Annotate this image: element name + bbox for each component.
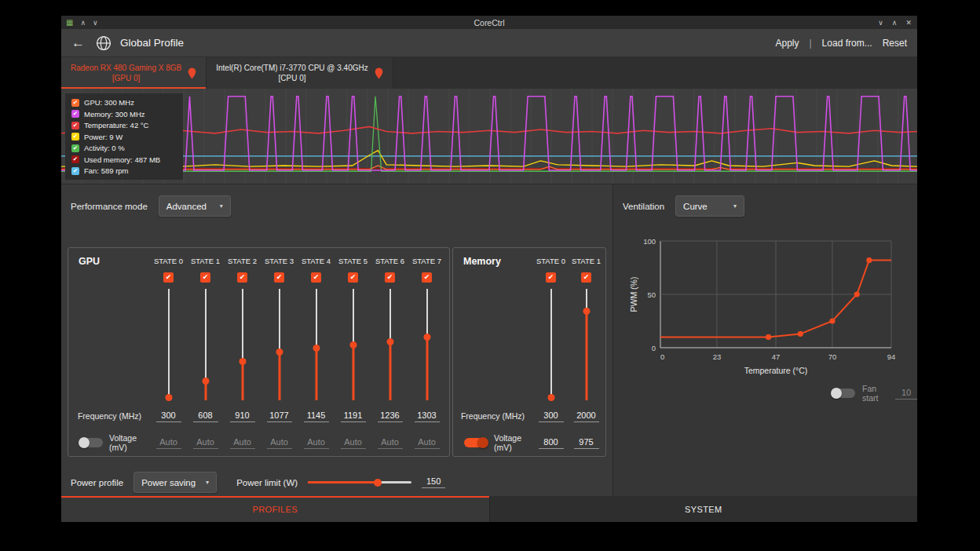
- memory-voltage-value[interactable]: 975: [574, 437, 599, 449]
- gpu-frequency-value[interactable]: 1145: [304, 411, 329, 422]
- gpu-slider-cell: [187, 286, 224, 403]
- slider-handle[interactable]: [349, 341, 357, 348]
- memory-voltage-toggle[interactable]: [464, 438, 488, 447]
- power-profile-dropdown[interactable]: Power saving ▾: [133, 472, 217, 493]
- slider-fill: [308, 481, 377, 483]
- slider-handle[interactable]: [313, 345, 320, 352]
- legend-item: ✔Activity: 0 %: [71, 144, 177, 152]
- fan-curve-chart[interactable]: 023477094050100PWM (%)Temperature (°C): [627, 232, 904, 385]
- svg-text:47: 47: [772, 352, 781, 361]
- gpu-frequency-value[interactable]: 608: [193, 411, 218, 422]
- tab-gpu-device[interactable]: Radeon RX 480 Gaming X 8GB [GPU 0]: [61, 57, 207, 89]
- gpu-voltage-value[interactable]: Auto: [304, 437, 329, 449]
- gpu-voltage-value[interactable]: Auto: [341, 437, 366, 449]
- gpu-frequency-slider[interactable]: [408, 286, 445, 403]
- gpu-frequency-value[interactable]: 1236: [378, 411, 403, 422]
- legend-checkbox[interactable]: ✔: [71, 167, 79, 175]
- gpu-frequency-value[interactable]: 300: [156, 411, 181, 422]
- back-button[interactable]: ←: [71, 35, 85, 51]
- gpu-voltage-value[interactable]: Auto: [156, 437, 181, 449]
- slider-fill: [389, 341, 391, 400]
- gpu-frequency-slider[interactable]: [187, 286, 224, 403]
- tab-profiles[interactable]: PROFILES: [61, 496, 489, 522]
- gpu-frequency-slider[interactable]: [224, 286, 261, 403]
- gpu-voltage-toggle[interactable]: [79, 438, 103, 447]
- memory-frequency-slider[interactable]: [569, 286, 604, 403]
- gpu-frequency-slider[interactable]: [335, 286, 371, 403]
- slider-handle[interactable]: [583, 308, 590, 315]
- memory-frequency-slider[interactable]: [533, 286, 569, 403]
- tab-cpu-device[interactable]: Intel(R) Core(TM) i7-3770 CPU @ 3.40GHz …: [207, 57, 393, 89]
- state-checkbox[interactable]: ✔: [311, 272, 321, 283]
- reset-button[interactable]: Reset: [883, 38, 907, 49]
- gpu-checkbox-cell: ✔: [335, 268, 371, 286]
- state-checkbox[interactable]: ✔: [348, 272, 358, 283]
- slider-fill: [585, 310, 587, 400]
- state-checkbox[interactable]: ✔: [385, 272, 395, 283]
- maximize-icon[interactable]: ∧: [892, 19, 898, 27]
- legend-checkbox[interactable]: ✔: [71, 155, 79, 163]
- memory-frequency-value[interactable]: 2000: [574, 411, 599, 422]
- gpu-states-box: GPU STATE 0STATE 1STATE 2STATE 3STATE 4S…: [68, 247, 450, 457]
- page-title: Global Profile: [120, 37, 184, 49]
- state-label: STATE 0: [154, 257, 183, 265]
- gpu-frequency-slider[interactable]: [261, 286, 298, 403]
- gpu-voltage-value[interactable]: Auto: [230, 437, 255, 449]
- gpu-state-header: STATE 3: [261, 253, 298, 268]
- legend-checkbox[interactable]: ✔: [71, 144, 79, 152]
- gpu-frequency-slider[interactable]: [298, 286, 335, 403]
- legend-checkbox[interactable]: ✔: [71, 133, 79, 140]
- gpu-frequency-value[interactable]: 1077: [267, 411, 292, 422]
- legend-checkbox[interactable]: ✔: [71, 110, 79, 118]
- slider-handle[interactable]: [276, 348, 283, 356]
- minimize-icon[interactable]: ∨: [878, 19, 883, 27]
- performance-mode-dropdown[interactable]: Advanced ▾: [159, 195, 231, 217]
- slider-handle[interactable]: [423, 334, 430, 341]
- legend-checkbox[interactable]: ✔: [71, 99, 79, 107]
- memory-voltage-value[interactable]: 800: [539, 437, 564, 449]
- load-from-button[interactable]: Load from...: [822, 38, 872, 49]
- gpu-frequency-slider[interactable]: [371, 286, 408, 403]
- slider-handle[interactable]: [386, 338, 393, 345]
- state-checkbox[interactable]: ✔: [546, 272, 556, 283]
- gpu-frequency-value[interactable]: 1191: [341, 411, 366, 422]
- state-checkbox[interactable]: ✔: [163, 272, 174, 283]
- state-checkbox[interactable]: ✔: [422, 272, 432, 283]
- slider-handle[interactable]: [374, 479, 382, 487]
- close-icon[interactable]: ✕: [905, 19, 912, 27]
- state-checkbox[interactable]: ✔: [200, 272, 210, 283]
- gpu-voltage-value[interactable]: Auto: [193, 437, 218, 449]
- state-label: STATE 4: [302, 257, 331, 265]
- gpu-frequency-value[interactable]: 1303: [415, 411, 440, 422]
- memory-checkbox-cell: ✔: [533, 268, 569, 286]
- slider-handle[interactable]: [165, 394, 172, 401]
- power-limit-value[interactable]: 150: [422, 476, 445, 488]
- legend-label: Power: 9 W: [84, 133, 122, 141]
- slider-handle[interactable]: [547, 394, 554, 401]
- gpu-voltage-cell: Auto: [408, 429, 445, 457]
- apply-button[interactable]: Apply: [775, 38, 799, 49]
- ventilation-mode-dropdown[interactable]: Curve ▾: [675, 195, 744, 217]
- svg-text:23: 23: [713, 352, 722, 361]
- gpu-voltage-value[interactable]: Auto: [415, 437, 440, 449]
- state-checkbox[interactable]: ✔: [274, 272, 284, 283]
- gpu-voltage-cell: Auto: [335, 429, 371, 457]
- slider-handle[interactable]: [202, 378, 209, 385]
- gpu-frequency-value[interactable]: 910: [230, 411, 255, 422]
- legend-checkbox[interactable]: ✔: [71, 122, 79, 130]
- gpu-voltage-value[interactable]: Auto: [378, 437, 403, 449]
- tab-system[interactable]: SYSTEM: [489, 496, 918, 522]
- fan-start-value[interactable]: 10: [895, 388, 917, 400]
- state-checkbox[interactable]: ✔: [237, 272, 247, 283]
- power-profile-value: Power saving: [141, 478, 196, 487]
- memory-frequency-value[interactable]: 300: [539, 411, 564, 422]
- fan-curve-area[interactable]: 023477094050100PWM (%)Temperature (°C): [627, 232, 904, 385]
- gpu-voltage-value[interactable]: Auto: [267, 437, 292, 449]
- slider-handle[interactable]: [239, 358, 246, 365]
- state-checkbox[interactable]: ✔: [581, 272, 591, 283]
- gpu-frequency-slider[interactable]: [150, 286, 187, 403]
- ventilation-panel: Ventilation Curve ▾ 023477094050100PWM (…: [612, 184, 917, 496]
- power-limit-slider[interactable]: [308, 476, 411, 489]
- performance-mode-value: Advanced: [166, 202, 207, 211]
- fan-start-toggle[interactable]: [832, 389, 855, 398]
